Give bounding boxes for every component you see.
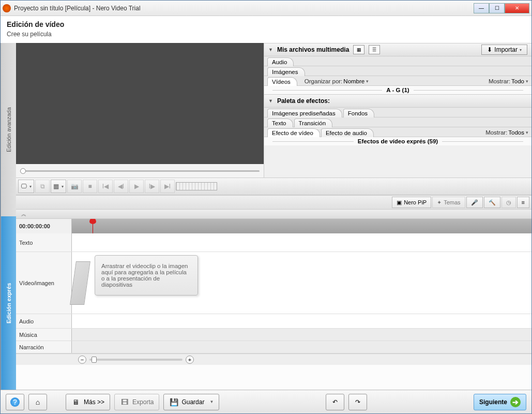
text-track[interactable] — [72, 233, 531, 252]
organize-label: Organizar por: — [305, 78, 343, 84]
collapse-icon[interactable]: ▼ — [268, 98, 273, 103]
track-label-audio: Audio — [16, 314, 72, 328]
display-mode-button[interactable]: 🖵 — [18, 180, 34, 193]
page-subtitle: Cree su película — [7, 31, 525, 38]
pip-icon: ▣ — [397, 199, 402, 206]
maximize-button[interactable]: ☐ — [489, 3, 505, 13]
music-track[interactable] — [72, 329, 531, 341]
zoom-thumb[interactable] — [92, 357, 97, 363]
seek-bar[interactable] — [16, 164, 264, 178]
effects-panel-title: Paleta de efectos: — [277, 97, 330, 105]
track-label-music: Música — [16, 329, 72, 341]
tab-advanced-edit[interactable]: Edición avanzada — [1, 43, 16, 216]
timeline-tools: ▣Nero PiP ✦Temas 🎤 🔨 ◷ ≡ — [16, 195, 531, 210]
split-screen-button: ⧉ — [35, 180, 50, 193]
view-list-button[interactable]: ☰ — [369, 45, 380, 54]
sliders-icon: ≡ — [522, 199, 525, 205]
settings-button[interactable]: ≡ — [517, 197, 529, 208]
nero-home-button[interactable]: ⌂ — [28, 394, 47, 410]
narration-track[interactable] — [72, 341, 531, 353]
redo-icon: ↷ — [355, 398, 360, 406]
zoom-slider[interactable] — [89, 359, 183, 361]
show-label: Mostrar: — [489, 78, 510, 84]
duration-button: ◷ — [501, 197, 516, 208]
nero-pip-button[interactable]: ▣Nero PiP — [392, 197, 431, 208]
zoom-bar: − + — [16, 353, 531, 365]
nero-icon: ⌂ — [33, 397, 42, 407]
media-group: A - G (1) — [386, 87, 409, 93]
more-button[interactable]: 🖥Más >> — [66, 394, 110, 410]
mode-tabs: Edición avanzada Edición exprés — [1, 43, 16, 390]
undo-icon: ↶ — [332, 398, 338, 406]
seek-thumb[interactable] — [20, 168, 26, 174]
fx-group: Efectos de vídeo exprés (59) — [358, 138, 438, 144]
playback-toolbar: 🖵 ⧉ ▦ 📷 ■ I◀ ◀I ▶ I▶ ▶I — [16, 178, 531, 195]
tab-images[interactable]: Imágenes — [267, 67, 305, 76]
tab-text-fx[interactable]: Texto — [267, 119, 293, 127]
film-icon: 🎞 — [120, 397, 129, 407]
view-grid-button[interactable]: ▦ — [353, 45, 364, 54]
timeline-collapse[interactable]: ︽ — [16, 210, 531, 219]
organize-dropdown[interactable]: Nombre — [343, 78, 369, 84]
zoom-out-button[interactable]: − — [78, 356, 86, 364]
page-header: Edición de vídeo Cree su película — [1, 16, 531, 43]
window-title: Proyecto sin título [Película] - Nero Vi… — [14, 5, 474, 12]
tab-backgrounds[interactable]: Fondos — [343, 109, 374, 117]
footer: ? ⌂ 🖥Más >> 🎞Exporta 💾Guardar▼ ↶ ↷ Sigui… — [1, 390, 531, 413]
next-button[interactable]: Siguiente➔ — [474, 394, 526, 410]
drop-hint: Arrastrar el videoclip o la imagen aquí … — [95, 255, 198, 295]
step-back-button: ◀I — [114, 180, 128, 193]
layout-button[interactable]: ▦ — [51, 180, 66, 193]
mic-icon: 🎤 — [471, 199, 478, 206]
arrow-right-icon: ➔ — [510, 397, 521, 407]
show-dropdown[interactable]: Todo — [511, 78, 528, 84]
jog-ruler[interactable] — [176, 182, 217, 190]
tab-clipart[interactable]: Imágenes prediseñadas — [267, 109, 342, 117]
next-frame-button: ▶I — [160, 180, 175, 193]
zoom-in-button[interactable]: + — [186, 356, 194, 364]
import-button[interactable]: ⬇ Importar ▾ — [481, 45, 527, 55]
tab-audio[interactable]: Audio — [267, 57, 294, 66]
track-label-narration: Narración — [16, 341, 72, 353]
play-button: ▶ — [129, 180, 144, 193]
video-track[interactable]: Arrastrar el videoclip o la imagen aquí … — [72, 252, 531, 314]
close-button[interactable]: ✕ — [505, 3, 529, 13]
track-label-video: Vídeo/imagen — [16, 252, 72, 314]
media-panel-title: Mis archivos multimedia — [277, 46, 349, 53]
tab-audio-fx[interactable]: Efecto de audio — [321, 128, 374, 137]
tab-express-edit[interactable]: Edición exprés — [1, 216, 16, 390]
playhead[interactable] — [93, 219, 93, 233]
save-icon: 💾 — [169, 397, 178, 407]
tab-transition[interactable]: Transición — [294, 119, 333, 127]
collapse-icon[interactable]: ▼ — [268, 47, 273, 52]
tab-videos[interactable]: Vídeos — [267, 77, 297, 86]
tab-video-fx[interactable]: Efecto de vídeo — [267, 128, 320, 137]
prev-frame-button: I◀ — [98, 180, 113, 193]
step-fwd-button: I▶ — [145, 180, 159, 193]
redo-button[interactable]: ↷ — [348, 394, 367, 410]
help-button[interactable]: ? — [6, 394, 24, 410]
clock-icon: ◷ — [506, 199, 511, 206]
snapshot-button: 📷 — [67, 180, 82, 193]
stop-button: ■ — [83, 180, 97, 193]
track-label-text: Texto — [16, 233, 72, 252]
fx-show-dropdown[interactable]: Todos — [508, 129, 528, 136]
monitor-icon: 🖥 — [71, 397, 81, 407]
media-panel-header: ▼ Mis archivos multimedia ▦ ☰ ⬇ Importar… — [264, 43, 531, 56]
audio-track[interactable] — [72, 314, 531, 328]
undo-button[interactable]: ↶ — [326, 394, 344, 410]
save-button[interactable]: 💾Guardar▼ — [163, 394, 219, 410]
app-window: Proyecto sin título [Película] - Nero Vi… — [0, 0, 532, 414]
hammer-icon: 🔨 — [489, 199, 496, 206]
tools-button[interactable]: 🔨 — [484, 197, 500, 208]
app-icon — [3, 4, 11, 12]
minimize-button[interactable]: — — [474, 3, 489, 13]
export-button: 🎞Exporta — [114, 394, 159, 410]
video-preview — [16, 43, 264, 164]
effects-panel-header: ▼ Paleta de efectos: — [264, 94, 531, 108]
wand-icon: ✦ — [437, 199, 442, 206]
microphone-button[interactable]: 🎤 — [466, 197, 483, 208]
timeline-ruler[interactable] — [72, 219, 531, 233]
clip-placeholder-icon — [70, 261, 90, 305]
help-icon: ? — [10, 397, 20, 407]
